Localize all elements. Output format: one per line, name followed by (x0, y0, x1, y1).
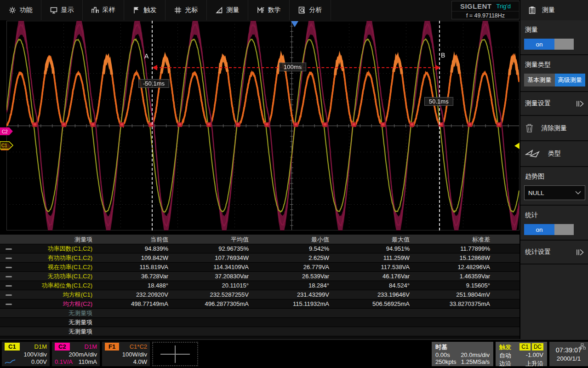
mean-value: 20.11015° (175, 281, 255, 290)
gear-icon (9, 6, 16, 14)
menu-measure[interactable]: 测量 (207, 0, 248, 20)
row-dash-icon (6, 294, 12, 296)
add-channel-box[interactable] (152, 342, 198, 366)
current-value (94, 309, 175, 317)
delta-arrow-right (435, 65, 440, 70)
cursor-b-line[interactable] (439, 21, 440, 230)
top-menu-bar: 功能 显示 采样 触发 光标 测量 (0, 0, 588, 20)
measure-toggle[interactable]: on (524, 39, 574, 50)
stats-toggle-off[interactable] (554, 224, 574, 235)
menu-acquire[interactable]: 采样 (83, 0, 124, 20)
menu-math[interactable]: 数学 (248, 0, 290, 20)
analysis-icon (298, 6, 306, 14)
table-row[interactable]: 无测量项 (0, 327, 519, 336)
current-value: 109.842W (94, 253, 175, 262)
cursor-delta-label[interactable]: 100ms (279, 63, 306, 71)
channel2-badge: C2 (55, 343, 70, 351)
channel2-offset-marker[interactable]: C2 (0, 127, 14, 135)
current-value: 232.20920V (94, 290, 175, 299)
display-icon (50, 6, 57, 14)
menu-acquire-label: 采样 (103, 6, 115, 14)
lan-icon (579, 343, 586, 350)
menu-cursors-label: 光标 (185, 6, 198, 14)
math-f1-box[interactable]: F1 C1*C2 100W/div 4.0W (102, 342, 150, 366)
measurement-name: 无测量项 (69, 319, 92, 326)
stats-settings-row[interactable]: 统计设置 (520, 241, 588, 264)
channel2-box[interactable]: C2 D1M 200mA/div 0.1V/A 110mA (52, 342, 100, 366)
stats-toggle[interactable]: on (524, 224, 574, 235)
mean-value (175, 309, 255, 317)
max-value: 233.19646V (336, 290, 416, 299)
mean-value: 92.96735% (175, 244, 255, 253)
col-header: 标准差 (416, 235, 497, 244)
mean-value (175, 318, 255, 327)
table-row[interactable]: 功率相位角(C1,C2) 18.488° 20.11015° 18.284° 8… (0, 281, 519, 290)
min-value: 231.43299V (255, 290, 336, 299)
menu-analysis[interactable]: 分析 (290, 0, 331, 20)
menu-display[interactable]: 显示 (41, 0, 83, 20)
row-dash-icon (6, 285, 12, 287)
menu-utility-label: 功能 (20, 6, 33, 14)
trash-icon (525, 123, 534, 133)
trigger-box[interactable]: 触发 C1 DC 自动 -1.00V 边沿 上升沿 (496, 342, 547, 366)
channel1-offset-marker[interactable]: C1 (0, 141, 16, 150)
max-value: 84.524° (336, 281, 416, 290)
trigger-position-marker[interactable] (291, 21, 298, 27)
measurement-name: 功率因数(C1,C2) (47, 245, 92, 252)
channel1-coupling: D1M (34, 343, 47, 350)
cursor-a-time-label[interactable]: -50.1ms (138, 79, 169, 88)
stddev-value: 12.48296VA (416, 263, 497, 271)
stats-toggle-on[interactable]: on (524, 224, 554, 235)
col-header: 当前值 (94, 235, 175, 244)
table-row[interactable]: 无功功率(C1,C2) 36.728Var 37.20830Var 26.539… (0, 272, 519, 281)
col-header: 平均值 (175, 235, 255, 244)
table-row[interactable]: 均方根(C2) 498.77149mA 496.2877305mA 115.11… (0, 299, 519, 309)
measure-toggle-on[interactable]: on (524, 39, 554, 50)
mean-value (175, 327, 255, 336)
cursor-a-line[interactable] (152, 21, 153, 230)
max-value: 94.951% (336, 244, 416, 253)
cursor-a-letter: A (144, 52, 148, 60)
menu-utility[interactable]: 功能 (0, 0, 41, 20)
menu-trigger-label: 触发 (144, 6, 157, 14)
max-value: 111.259W (336, 253, 416, 262)
trigger-level-marker[interactable] (514, 143, 519, 149)
measure-toggle-off[interactable] (554, 39, 574, 50)
menu-cursors[interactable]: 光标 (166, 0, 207, 20)
stddev-value: 15.12868W (416, 253, 497, 262)
channel1-box[interactable]: C1 D1M 100V/div 0.00V (2, 342, 50, 366)
menu-analysis-label: 分析 (309, 6, 322, 14)
table-row[interactable]: 均方根(C1) 232.20920V 232.5287255V 231.4329… (0, 290, 519, 299)
measure-settings-row[interactable]: 测量设置 (520, 92, 588, 116)
mean-value: 37.20830Var (175, 272, 255, 281)
trend-dropdown[interactable]: NULL (524, 185, 585, 200)
advanced-measure-button[interactable]: 高级测量 (555, 74, 586, 86)
measure-settings-label: 测量设置 (525, 99, 551, 108)
min-value (255, 327, 336, 336)
cursor-b-time-label[interactable]: 50.1ms (424, 97, 453, 106)
measurement-name: 无测量项 (69, 310, 92, 316)
menu-trigger[interactable]: 触发 (124, 0, 166, 20)
probe-squiggle-icon (5, 359, 16, 364)
row-dash-icon (6, 276, 12, 277)
bottom-status-bar: C1 D1M 100V/div 0.00V C2 D1M 200mA/div 0… (0, 339, 588, 368)
clear-measure-row[interactable]: 清除测量 (520, 116, 588, 141)
mean-value: 232.5287255V (175, 290, 255, 299)
min-value: 2.625W (255, 253, 336, 262)
channel1-badge: C1 (5, 343, 20, 351)
timebase-box[interactable]: 时基 0.00s 20.0ms/div 250kpts 1.25MSa/s (432, 342, 493, 366)
table-row[interactable]: 无测量项 (0, 309, 519, 318)
current-value: 18.488° (94, 281, 175, 290)
basic-measure-button[interactable]: 基本测量 (524, 74, 555, 86)
menu-math-label: 数学 (268, 6, 281, 14)
channel2-scale: 200mA/div (55, 351, 97, 358)
table-row[interactable]: 有功功率(C1,C2) 109.842W 107.76934W 2.625W 1… (0, 253, 519, 263)
trigger-slope: 上升沿 (525, 360, 543, 368)
measure-kind-row[interactable]: 类型 (520, 141, 588, 167)
measurement-table: 测量项 当前值 平均值 最小值 最大值 标准差 功率因数(C1,C2) 94.8… (0, 235, 519, 339)
channel1-offset: 0.00V (31, 358, 47, 365)
table-row[interactable]: 功率因数(C1,C2) 94.839% 92.96735% 9.542% 94.… (0, 244, 519, 253)
table-row[interactable]: 无测量项 (0, 318, 519, 327)
table-row[interactable]: 视在功率(C1,C2) 115.819VA 114.34109VA 26.779… (0, 263, 519, 272)
mean-value: 107.76934W (175, 253, 255, 262)
